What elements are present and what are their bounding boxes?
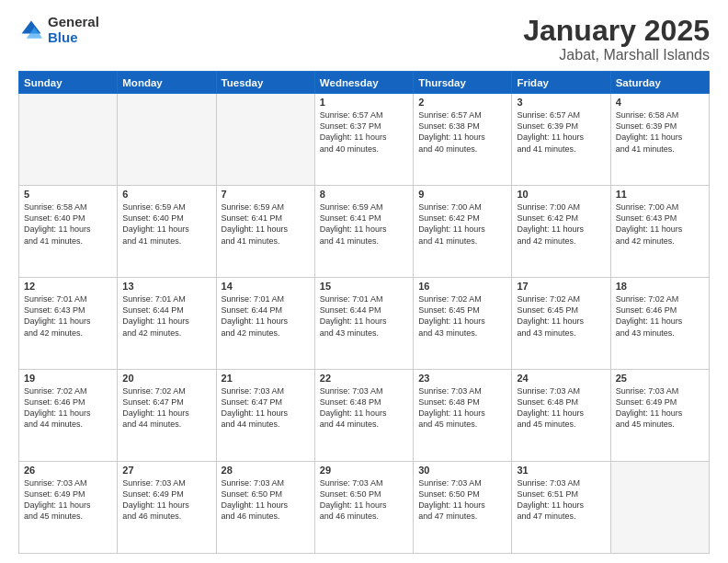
day-info: Sunrise: 7:00 AM Sunset: 6:42 PM Dayligh… [418,201,506,247]
logo-icon [18,17,44,43]
calendar-cell: 25Sunrise: 7:03 AM Sunset: 6:49 PM Dayli… [610,370,709,462]
day-info: Sunrise: 6:59 AM Sunset: 6:41 PM Dayligh… [320,201,408,247]
day-number: 23 [418,373,506,384]
calendar-cell: 28Sunrise: 7:03 AM Sunset: 6:50 PM Dayli… [216,462,314,554]
day-number: 1 [320,97,408,108]
day-info: Sunrise: 7:03 AM Sunset: 6:49 PM Dayligh… [122,477,210,523]
calendar-cell [19,94,118,186]
day-number: 21 [222,373,310,384]
day-number: 11 [616,189,704,200]
calendar-cell: 15Sunrise: 7:01 AM Sunset: 6:44 PM Dayli… [314,278,413,370]
calendar-cell [216,94,314,186]
logo-text: General Blue [48,15,99,45]
weekday-header: Saturday [610,72,709,94]
day-info: Sunrise: 7:03 AM Sunset: 6:50 PM Dayligh… [418,477,506,523]
day-number: 7 [222,189,310,200]
day-info: Sunrise: 6:59 AM Sunset: 6:40 PM Dayligh… [122,201,210,247]
day-number: 29 [320,465,408,476]
calendar-cell: 12Sunrise: 7:01 AM Sunset: 6:43 PM Dayli… [19,278,118,370]
weekday-header: Wednesday [314,72,413,94]
day-info: Sunrise: 6:57 AM Sunset: 6:39 PM Dayligh… [517,109,605,155]
day-info: Sunrise: 7:02 AM Sunset: 6:45 PM Dayligh… [418,293,506,339]
calendar-cell: 24Sunrise: 7:03 AM Sunset: 6:48 PM Dayli… [512,370,610,462]
day-number: 26 [24,465,112,476]
logo: General Blue [18,15,99,45]
day-info: Sunrise: 7:03 AM Sunset: 6:49 PM Dayligh… [616,385,704,431]
day-number: 9 [418,189,506,200]
calendar-cell: 1Sunrise: 6:57 AM Sunset: 6:37 PM Daylig… [314,94,413,186]
day-info: Sunrise: 7:03 AM Sunset: 6:50 PM Dayligh… [222,477,310,523]
day-info: Sunrise: 6:58 AM Sunset: 6:39 PM Dayligh… [616,109,704,155]
day-number: 17 [517,281,605,292]
logo-blue: Blue [48,30,99,46]
calendar-cell: 19Sunrise: 7:02 AM Sunset: 6:46 PM Dayli… [19,370,118,462]
day-info: Sunrise: 7:01 AM Sunset: 6:44 PM Dayligh… [222,293,310,339]
day-info: Sunrise: 6:57 AM Sunset: 6:37 PM Dayligh… [320,109,408,155]
day-info: Sunrise: 7:01 AM Sunset: 6:43 PM Dayligh… [24,293,112,339]
calendar-cell: 16Sunrise: 7:02 AM Sunset: 6:45 PM Dayli… [414,278,512,370]
day-number: 6 [122,189,210,200]
day-number: 20 [122,373,210,384]
calendar-title: January 2025 [523,15,710,47]
calendar-table: SundayMondayTuesdayWednesdayThursdayFrid… [18,71,710,554]
calendar-week-row: 19Sunrise: 7:02 AM Sunset: 6:46 PM Dayli… [19,370,710,462]
weekday-header: Monday [118,72,216,94]
day-number: 18 [616,281,704,292]
day-info: Sunrise: 7:03 AM Sunset: 6:48 PM Dayligh… [517,385,605,431]
day-info: Sunrise: 7:02 AM Sunset: 6:47 PM Dayligh… [122,385,210,431]
day-info: Sunrise: 7:02 AM Sunset: 6:46 PM Dayligh… [616,293,704,339]
day-number: 4 [616,97,704,108]
calendar-cell: 13Sunrise: 7:01 AM Sunset: 6:44 PM Dayli… [118,278,216,370]
calendar-cell: 2Sunrise: 6:57 AM Sunset: 6:38 PM Daylig… [414,94,512,186]
day-info: Sunrise: 7:03 AM Sunset: 6:48 PM Dayligh… [320,385,408,431]
calendar-cell: 8Sunrise: 6:59 AM Sunset: 6:41 PM Daylig… [314,186,413,278]
calendar-cell: 5Sunrise: 6:58 AM Sunset: 6:40 PM Daylig… [19,186,118,278]
day-info: Sunrise: 7:03 AM Sunset: 6:49 PM Dayligh… [24,477,112,523]
calendar-cell: 27Sunrise: 7:03 AM Sunset: 6:49 PM Dayli… [118,462,216,554]
calendar-cell: 3Sunrise: 6:57 AM Sunset: 6:39 PM Daylig… [512,94,610,186]
calendar-cell: 29Sunrise: 7:03 AM Sunset: 6:50 PM Dayli… [314,462,413,554]
calendar-cell: 4Sunrise: 6:58 AM Sunset: 6:39 PM Daylig… [610,94,709,186]
weekday-header: Thursday [414,72,512,94]
calendar-cell: 31Sunrise: 7:03 AM Sunset: 6:51 PM Dayli… [512,462,610,554]
day-number: 12 [24,281,112,292]
day-info: Sunrise: 6:58 AM Sunset: 6:40 PM Dayligh… [24,201,112,247]
day-number: 15 [320,281,408,292]
day-info: Sunrise: 7:00 AM Sunset: 6:42 PM Dayligh… [517,201,605,247]
weekday-header-row: SundayMondayTuesdayWednesdayThursdayFrid… [19,72,710,94]
calendar-cell: 18Sunrise: 7:02 AM Sunset: 6:46 PM Dayli… [610,278,709,370]
day-number: 2 [418,97,506,108]
day-number: 25 [616,373,704,384]
day-info: Sunrise: 7:03 AM Sunset: 6:50 PM Dayligh… [320,477,408,523]
logo-general: General [48,15,99,30]
calendar-cell: 21Sunrise: 7:03 AM Sunset: 6:47 PM Dayli… [216,370,314,462]
day-info: Sunrise: 7:01 AM Sunset: 6:44 PM Dayligh… [320,293,408,339]
calendar-cell [610,462,709,554]
day-info: Sunrise: 7:02 AM Sunset: 6:45 PM Dayligh… [517,293,605,339]
day-number: 14 [222,281,310,292]
weekday-header: Sunday [19,72,118,94]
calendar-cell: 17Sunrise: 7:02 AM Sunset: 6:45 PM Dayli… [512,278,610,370]
day-number: 28 [222,465,310,476]
day-info: Sunrise: 7:03 AM Sunset: 6:51 PM Dayligh… [517,477,605,523]
calendar-subtitle: Jabat, Marshall Islands [523,47,710,63]
day-number: 27 [122,465,210,476]
calendar-week-row: 26Sunrise: 7:03 AM Sunset: 6:49 PM Dayli… [19,462,710,554]
calendar-week-row: 5Sunrise: 6:58 AM Sunset: 6:40 PM Daylig… [19,186,710,278]
weekday-header: Friday [512,72,610,94]
calendar-cell: 22Sunrise: 7:03 AM Sunset: 6:48 PM Dayli… [314,370,413,462]
calendar-cell: 11Sunrise: 7:00 AM Sunset: 6:43 PM Dayli… [610,186,709,278]
calendar-cell: 30Sunrise: 7:03 AM Sunset: 6:50 PM Dayli… [414,462,512,554]
calendar-cell: 6Sunrise: 6:59 AM Sunset: 6:40 PM Daylig… [118,186,216,278]
day-number: 13 [122,281,210,292]
day-number: 10 [517,189,605,200]
day-number: 5 [24,189,112,200]
calendar-cell: 20Sunrise: 7:02 AM Sunset: 6:47 PM Dayli… [118,370,216,462]
calendar-cell: 9Sunrise: 7:00 AM Sunset: 6:42 PM Daylig… [414,186,512,278]
calendar-week-row: 12Sunrise: 7:01 AM Sunset: 6:43 PM Dayli… [19,278,710,370]
header: General Blue January 2025 Jabat, Marshal… [18,15,710,63]
calendar-cell: 26Sunrise: 7:03 AM Sunset: 6:49 PM Dayli… [19,462,118,554]
day-number: 19 [24,373,112,384]
page: General Blue January 2025 Jabat, Marshal… [0,0,728,563]
day-number: 22 [320,373,408,384]
